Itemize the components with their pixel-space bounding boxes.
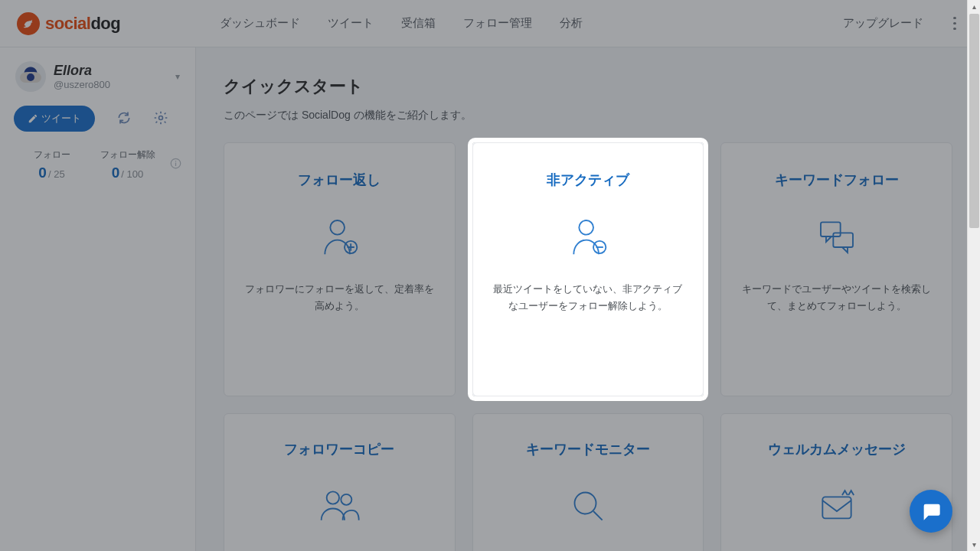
card-desc: フォロワーにフォローを返して、定着率を高めよう。 [243, 281, 436, 315]
svg-point-10 [327, 491, 339, 504]
scroll-thumb[interactable] [969, 14, 979, 228]
svg-point-6 [579, 220, 593, 235]
primary-nav: ダッシュボード ツイート 受信箱 フォロー管理 分析 [220, 16, 610, 31]
top-bar: socialdog ダッシュボード ツイート 受信箱 フォロー管理 分析 アップ… [0, 0, 980, 47]
chat-icon [920, 500, 942, 522]
card-welcome-message[interactable]: ウェルカムメッセージ Twitter 上で DM 画面を開いた際に、自 [720, 413, 952, 551]
follow-stat-value: 0/ 25 [14, 165, 90, 181]
scroll-up-icon[interactable]: ▴ [968, 0, 980, 13]
user-plus-icon [243, 214, 436, 259]
follow-stat-label: フォロー [14, 148, 90, 161]
brand-logo[interactable]: socialdog [17, 12, 120, 35]
unfollow-stat-value: 0/ 100 [90, 165, 165, 181]
svg-point-0 [159, 116, 163, 119]
vertical-scrollbar[interactable]: ▴ ▾ [967, 0, 980, 551]
svg-point-11 [341, 494, 352, 505]
sidebar: Ellora @uszero800 ▾ ツイート フォロー 0/ 25 [0, 47, 196, 551]
user-minus-icon [492, 214, 685, 259]
card-title: フォロワーコピー [243, 440, 436, 458]
nav-tweet[interactable]: ツイート [328, 16, 374, 31]
intercom-chat-button[interactable] [910, 490, 952, 533]
overflow-menu-icon[interactable] [946, 15, 963, 32]
page-subtitle: このページでは SocialDog の機能をご紹介します。 [224, 109, 952, 122]
compose-tweet-button[interactable]: ツイート [14, 106, 95, 132]
nav-dashboard[interactable]: ダッシュボード [220, 16, 300, 31]
svg-point-12 [574, 493, 596, 514]
card-title: キーワードフォロー [740, 171, 933, 189]
info-icon[interactable] [170, 158, 181, 172]
avatar [15, 61, 46, 92]
card-keyword-follow[interactable]: キーワードフォロー キーワードでユーザーやツイートを検索して、まとめてフォローし… [720, 142, 952, 396]
svg-rect-8 [821, 222, 841, 236]
nav-analytics[interactable]: 分析 [560, 16, 583, 31]
mail-notification-icon [740, 483, 933, 529]
gear-icon [153, 110, 168, 126]
unfollow-stat-label: フォロー解除 [90, 148, 165, 161]
card-inactive[interactable]: 非アクティブ 最近ツイートをしていない、非アクティブなユーザーをフォロー解除しよ… [472, 142, 704, 396]
svg-rect-13 [822, 497, 851, 518]
card-follower-copy[interactable]: フォロワーコピー 類似アカウントのフォロワーをまとめて [224, 413, 456, 551]
chevron-down-icon: ▾ [175, 71, 180, 82]
users-icon [243, 483, 436, 529]
svg-point-4 [331, 220, 345, 235]
card-keyword-monitor[interactable]: キーワードモニター 自動収集したいキーワードを登録して、 [472, 413, 704, 551]
card-follow-back[interactable]: フォロー返し フォロワーにフォローを返して、定着率を高めよう。 [224, 142, 456, 396]
card-desc: 最近ツイートをしていない、非アクティブなユーザーをフォロー解除しよう。 [492, 281, 685, 315]
card-title: ウェルカムメッセージ [740, 440, 933, 458]
scroll-down-icon[interactable]: ▾ [968, 538, 980, 551]
account-switcher[interactable]: Ellora @uszero800 ▾ [11, 61, 185, 92]
follow-stats: フォロー 0/ 25 フォロー解除 0/ 100 [11, 148, 185, 181]
card-title: 非アクティブ [492, 171, 685, 189]
card-title: フォロー返し [243, 171, 436, 189]
magnifier-icon [492, 483, 685, 529]
page-title: クイックスタート [224, 75, 952, 98]
card-title: キーワードモニター [492, 440, 685, 458]
quickstart-grid: フォロー返し フォロワーにフォローを返して、定着率を高めよう。 非アクティブ 最… [224, 142, 952, 551]
nav-follow[interactable]: フォロー管理 [463, 16, 532, 31]
svg-rect-9 [833, 233, 853, 247]
chat-bubbles-icon [740, 214, 933, 259]
refresh-icon [116, 110, 132, 126]
compose-tweet-label: ツイート [41, 112, 81, 126]
svg-point-2 [175, 161, 177, 162]
svg-rect-3 [175, 163, 176, 166]
brand-logo-icon [17, 12, 40, 35]
upgrade-button[interactable]: アップグレード [843, 16, 923, 31]
account-name: Ellora [54, 63, 175, 79]
account-handle: @uszero800 [54, 79, 175, 90]
card-desc: キーワードでユーザーやツイートを検索して、まとめてフォローしよう。 [740, 281, 933, 315]
nav-inbox[interactable]: 受信箱 [401, 16, 436, 31]
refresh-button[interactable] [116, 110, 132, 128]
main-content: クイックスタート このページでは SocialDog の機能をご紹介します。 フ… [196, 47, 980, 551]
brand-logo-text: socialdog [45, 14, 120, 34]
settings-button[interactable] [153, 110, 168, 128]
